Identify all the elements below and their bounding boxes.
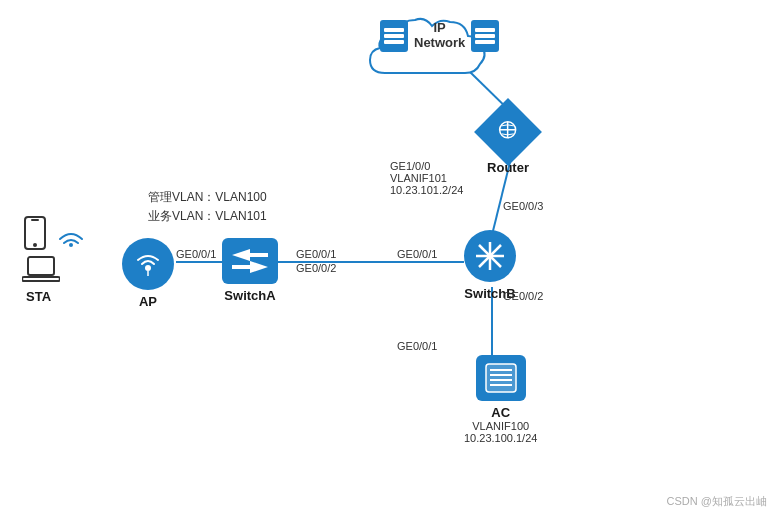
ac-vlanif: VLANIF100 bbox=[472, 420, 529, 432]
sta-label: STA bbox=[26, 289, 51, 304]
switchb-port-ge003: GE0/0/3 bbox=[503, 200, 543, 212]
switcha-port-ge002: GE0/0/2 bbox=[296, 262, 336, 274]
sta-group: STA bbox=[22, 215, 60, 304]
ac-ip: 10.23.100.1/24 bbox=[464, 432, 537, 444]
ap-icon bbox=[122, 238, 174, 290]
phone-icon bbox=[22, 215, 48, 251]
network-label: Network bbox=[414, 35, 465, 50]
svg-point-21 bbox=[69, 243, 73, 247]
watermark: CSDN @知孤云出岫 bbox=[667, 494, 767, 509]
info-line2: 业务VLAN：VLAN101 bbox=[148, 207, 267, 226]
switchb-icon bbox=[464, 230, 516, 282]
ac-port-ge001: GE0/0/1 bbox=[397, 340, 437, 352]
switchb-port-ge001: GE0/0/1 bbox=[397, 248, 437, 260]
svg-rect-22 bbox=[486, 364, 516, 392]
ap-label: AP bbox=[139, 294, 157, 309]
router-icon bbox=[474, 98, 542, 166]
ip-network-node: IP Network bbox=[360, 8, 500, 91]
router-node: Router bbox=[484, 108, 532, 175]
switcha-port-ge001-left: GE0/0/1 bbox=[176, 248, 216, 260]
network-diagram: IP Network Router bbox=[0, 0, 777, 517]
switcha-node: SwitchA bbox=[222, 238, 278, 303]
switcha-label: SwitchA bbox=[224, 288, 275, 303]
info-line1: 管理VLAN：VLAN100 bbox=[148, 188, 267, 207]
router-port-ge: GE1/0/0 VLANIF101 10.23.101.2/24 bbox=[390, 160, 463, 196]
ac-node: AC VLANIF100 10.23.100.1/24 bbox=[464, 355, 537, 444]
wifi-signal-icon bbox=[58, 223, 84, 247]
ip-label: IP bbox=[434, 20, 446, 35]
ac-label: AC bbox=[491, 405, 510, 420]
svg-marker-13 bbox=[232, 261, 268, 273]
ac-icon bbox=[476, 355, 526, 401]
svg-point-18 bbox=[33, 243, 37, 247]
svg-rect-20 bbox=[22, 277, 60, 281]
switcha-port-ge001-right: GE0/0/1 bbox=[296, 248, 336, 260]
switchb-port-ge002: GE0/0/2 bbox=[503, 290, 543, 302]
svg-rect-17 bbox=[31, 219, 39, 221]
info-box: 管理VLAN：VLAN100 业务VLAN：VLAN101 bbox=[148, 188, 267, 226]
ap-node: AP bbox=[122, 238, 174, 309]
svg-point-14 bbox=[145, 265, 151, 271]
svg-rect-19 bbox=[28, 257, 54, 275]
laptop-icon bbox=[22, 255, 60, 283]
switcha-icon bbox=[222, 238, 278, 284]
svg-marker-12 bbox=[232, 249, 268, 261]
